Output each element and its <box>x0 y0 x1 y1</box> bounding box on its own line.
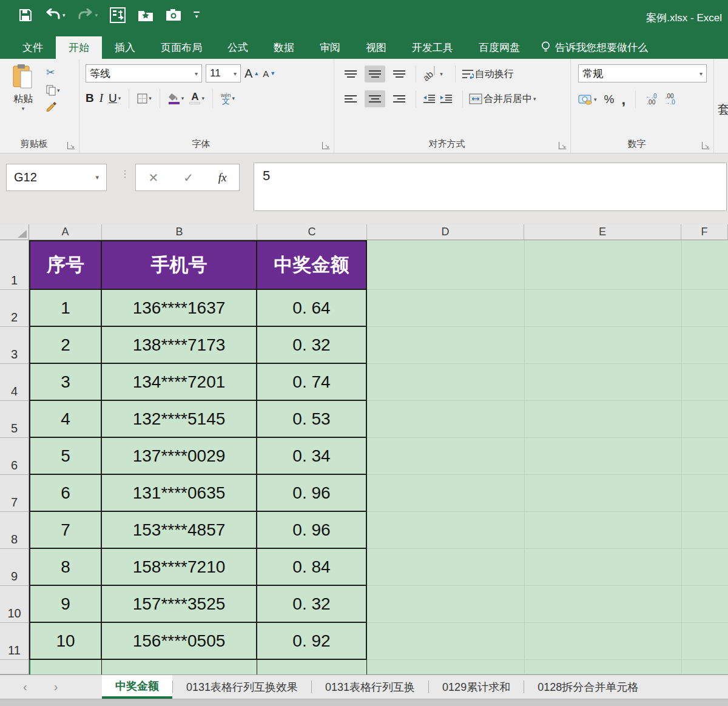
table-cell[interactable]: 137****0029 <box>102 438 257 475</box>
row-header-8[interactable]: 8 <box>0 512 29 549</box>
paste-dropdown[interactable]: ▾ <box>5 106 41 112</box>
empty-green-cells[interactable] <box>367 623 728 660</box>
table-cell[interactable]: 131****0635 <box>102 475 257 512</box>
italic-button[interactable]: I <box>99 92 103 105</box>
favorites-folder-icon[interactable] <box>138 8 153 22</box>
ribbon-tab-9[interactable]: 百度网盘 <box>466 36 533 59</box>
sheet-tab-2[interactable]: 0131表格行列互换 <box>312 675 428 699</box>
table-preview-icon[interactable] <box>110 7 126 23</box>
fill-color-icon[interactable]: ▾ <box>168 93 184 104</box>
ribbon-tab-3[interactable]: 页面布局 <box>148 36 215 59</box>
sheet-tab-3[interactable]: 0129累计求和 <box>429 675 524 699</box>
align-left-icon[interactable] <box>340 90 361 107</box>
table-cell[interactable]: 156****0505 <box>102 623 257 660</box>
table-cell[interactable]: 7 <box>29 512 102 549</box>
ribbon-tab-0[interactable]: 文件 <box>10 36 56 59</box>
font-color-icon[interactable]: A ▾ <box>189 92 204 104</box>
bold-button[interactable]: B <box>86 92 94 105</box>
table-header-cell[interactable]: 中奖金额 <box>257 240 367 290</box>
table-cell[interactable]: 0. 96 <box>257 512 367 549</box>
paste-button[interactable]: 粘贴 ▾ <box>5 64 41 112</box>
table-header-cell[interactable]: 序号 <box>29 240 102 290</box>
table-cell[interactable]: 136****1637 <box>102 290 257 327</box>
table-cell[interactable]: 0. 34 <box>257 438 367 475</box>
row-header-5[interactable]: 5 <box>0 401 29 438</box>
formula-input[interactable]: 5 <box>254 163 727 211</box>
empty-green-cells[interactable] <box>367 512 728 549</box>
ribbon-tab-1[interactable]: 开始 <box>56 36 102 59</box>
enter-icon[interactable]: ✓ <box>183 170 194 185</box>
empty-green-cells[interactable] <box>367 240 728 290</box>
row-header-10[interactable]: 10 <box>0 586 29 623</box>
ribbon-tab-2[interactable]: 插入 <box>102 36 148 59</box>
number-format-select[interactable]: 常规▾ <box>578 64 707 82</box>
empty-green-cells[interactable] <box>367 586 728 623</box>
table-cell[interactable]: 153****4857 <box>102 512 257 549</box>
row-header-7[interactable]: 7 <box>0 475 29 512</box>
align-right-icon[interactable] <box>389 90 410 107</box>
ribbon-tab-8[interactable]: 开发工具 <box>399 36 466 59</box>
table-cell[interactable]: 0. 32 <box>257 586 367 623</box>
redo-icon[interactable]: ▾ <box>78 8 98 22</box>
underline-button[interactable]: U▾ <box>109 92 121 105</box>
table-cell[interactable]: 2 <box>29 327 102 364</box>
cancel-icon[interactable]: ✕ <box>148 170 158 185</box>
row-header-9[interactable]: 9 <box>0 549 29 586</box>
font-name-select[interactable]: 等线▾ <box>86 64 202 82</box>
empty-green-cells[interactable] <box>367 549 728 586</box>
format-painter-icon[interactable] <box>46 102 60 112</box>
percent-style-icon[interactable]: % <box>604 93 615 106</box>
table-cell[interactable]: 0. 53 <box>257 401 367 438</box>
select-all-corner[interactable] <box>0 224 29 240</box>
table-cell[interactable]: 138****7173 <box>102 327 257 364</box>
name-box[interactable]: G12 ▾ <box>6 164 107 191</box>
row-header-4[interactable]: 4 <box>0 364 29 401</box>
table-cell[interactable]: 0. 32 <box>257 327 367 364</box>
decrease-decimal-icon[interactable]: .00→.0 <box>664 93 675 106</box>
formula-bar-resize-handle[interactable]: ⋮ <box>120 170 130 177</box>
table-cell[interactable]: 0. 64 <box>257 290 367 327</box>
table-cell[interactable]: 158****7210 <box>102 549 257 586</box>
table-cell[interactable]: 0. 74 <box>257 364 367 401</box>
table-cell[interactable]: 3 <box>29 364 102 401</box>
styles-partial-label[interactable]: 套 <box>718 101 728 118</box>
table-cell[interactable]: 0. 92 <box>257 623 367 660</box>
orientation-icon[interactable]: ab⟋ ▾ <box>422 69 443 79</box>
alignment-dialog-launcher[interactable] <box>559 142 566 149</box>
column-header-B[interactable]: B <box>102 224 257 240</box>
ribbon-tab-7[interactable]: 视图 <box>353 36 399 59</box>
borders-icon[interactable]: ▾ <box>137 93 152 104</box>
column-header-F[interactable]: F <box>681 224 728 240</box>
empty-green-cells[interactable] <box>367 438 728 475</box>
clipboard-dialog-launcher[interactable] <box>67 142 75 149</box>
empty-green-cells[interactable] <box>367 401 728 438</box>
camera-icon[interactable] <box>166 9 181 21</box>
ribbon-tab-4[interactable]: 公式 <box>215 36 261 59</box>
row-header-1[interactable]: 1 <box>0 240 29 290</box>
column-header-E[interactable]: E <box>524 224 681 240</box>
row-header-6[interactable]: 6 <box>0 438 29 475</box>
table-cell[interactable]: 0. 96 <box>257 475 367 512</box>
column-header-D[interactable]: D <box>367 224 524 240</box>
table-cell[interactable]: 9 <box>29 586 102 623</box>
table-cell[interactable]: 132****5145 <box>102 401 257 438</box>
column-header-A[interactable]: A <box>29 224 102 240</box>
empty-cell[interactable] <box>29 660 102 674</box>
align-bottom-icon[interactable] <box>389 66 410 82</box>
empty-cell[interactable] <box>102 660 257 674</box>
table-cell[interactable]: 134****7201 <box>102 364 257 401</box>
accounting-format-icon[interactable]: ▾ <box>578 95 597 105</box>
increase-font-size-icon[interactable]: A▲ <box>244 67 259 81</box>
merge-center-button[interactable]: 合并后居中 ▾ <box>469 93 536 106</box>
row-header-12[interactable] <box>0 660 29 674</box>
column-header-C[interactable]: C <box>257 224 367 240</box>
table-cell[interactable]: 5 <box>29 438 102 475</box>
table-cell[interactable]: 6 <box>29 475 102 512</box>
row-header-11[interactable]: 11 <box>0 623 29 660</box>
increase-decimal-icon[interactable]: ←.0.00 <box>645 93 656 106</box>
sheet-tab-1[interactable]: 0131表格行列互换效果 <box>173 675 311 699</box>
comma-style-icon[interactable]: , <box>621 91 625 108</box>
font-dialog-launcher[interactable] <box>322 142 329 149</box>
align-top-icon[interactable] <box>340 66 361 82</box>
cut-icon[interactable]: ✂ <box>46 66 60 79</box>
